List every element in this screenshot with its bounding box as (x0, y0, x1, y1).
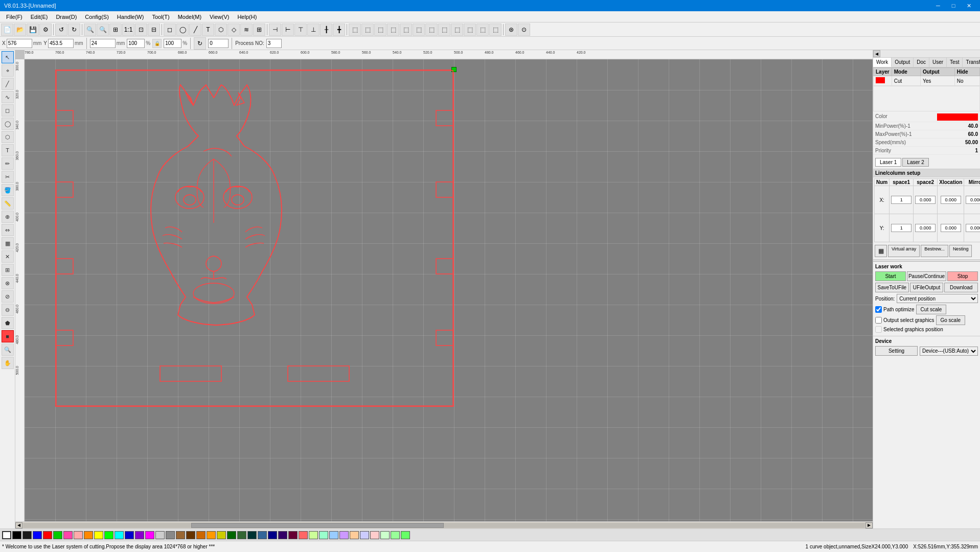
fill-tool[interactable]: 🪣 (2, 184, 14, 196)
output-select-checkbox[interactable] (875, 317, 882, 324)
redo-button[interactable]: ↻ (68, 24, 80, 36)
node-tool[interactable]: ⌖ (2, 64, 14, 77)
ufile-output-button[interactable]: UFileOutput (910, 283, 944, 292)
rotate-button[interactable]: ↻ (194, 37, 206, 50)
palette-color-periwinkle[interactable] (329, 531, 338, 539)
palette-color-purple[interactable] (135, 531, 144, 539)
process-no-input[interactable] (266, 39, 282, 48)
palette-color-cyan[interactable] (115, 531, 124, 539)
selected-pos-checkbox[interactable] (875, 326, 882, 333)
settings-button[interactable]: ⚙ (39, 24, 52, 36)
palette-color-pink[interactable] (63, 531, 73, 539)
transform-tool[interactable]: ⊕ (2, 211, 14, 223)
tab-user[interactable]: User (929, 58, 947, 67)
group-tool[interactable]: ⬟ (2, 317, 14, 329)
palette-color-darkblue[interactable] (125, 531, 134, 539)
undo-button[interactable]: ↺ (55, 24, 67, 36)
lock-aspect-button[interactable]: 🔒 (152, 39, 162, 48)
palette-color-teal[interactable] (247, 531, 257, 539)
drawing-object[interactable] (55, 70, 454, 407)
laser2-tab[interactable]: Laser 2 (902, 158, 928, 167)
x-input[interactable] (7, 39, 32, 48)
x-xloc-input[interactable] (966, 196, 980, 204)
open-button[interactable]: 📂 (14, 24, 26, 36)
palette-color-sienna[interactable] (196, 531, 206, 539)
bezier-tool[interactable]: ∿ (2, 91, 14, 103)
layer-row[interactable]: Cut Yes No (874, 76, 980, 86)
palette-color-lavender[interactable] (339, 531, 349, 539)
select-tool[interactable]: ↖ (2, 51, 14, 63)
palette-color-red[interactable] (43, 531, 52, 539)
palette-color-darkgray[interactable] (22, 531, 32, 539)
close-button[interactable]: ✕ (962, 0, 976, 11)
palette-color-mint[interactable] (319, 531, 328, 539)
align3-button[interactable]: ⊤ (294, 24, 307, 36)
laser1-button[interactable]: ⊛ (505, 24, 517, 36)
palette-color-navy[interactable] (268, 531, 277, 539)
x-space2-input[interactable] (941, 196, 961, 204)
cut-scale-button[interactable]: Cut scale (916, 305, 947, 314)
palette-color-lime[interactable] (104, 531, 113, 539)
intersect-tool[interactable]: ⊘ (2, 290, 14, 303)
palette-color-yellow[interactable] (94, 531, 103, 539)
palette-color-blush[interactable] (370, 531, 379, 539)
palette-color-sage[interactable] (237, 531, 246, 539)
tool5-button[interactable]: ⬡ (215, 24, 227, 36)
delete-tool[interactable]: ✕ (2, 250, 14, 263)
rect-draw-tool[interactable]: ◻ (2, 104, 14, 117)
palette-color-olive[interactable] (217, 531, 226, 539)
menu-config[interactable]: Config(S) (81, 13, 112, 21)
subtract-tool[interactable]: ⊖ (2, 304, 14, 316)
zoom-fit-button[interactable]: ⊞ (109, 24, 122, 36)
zoom-100-button[interactable]: 1:1 (122, 24, 134, 36)
circle-button[interactable]: ◯ (176, 24, 189, 36)
download-button[interactable]: Download (944, 283, 978, 292)
tool7-button[interactable]: ≋ (240, 24, 253, 36)
align6-button[interactable]: ╋ (333, 24, 345, 36)
mirror-tool[interactable]: ⇔ (2, 224, 14, 236)
tab-work[interactable]: Work (873, 58, 892, 67)
cut-tool[interactable]: ✂ (2, 171, 14, 183)
palette-color-salmon[interactable] (299, 531, 308, 539)
palette-color-tan[interactable] (176, 531, 185, 539)
x-num-input[interactable] (891, 196, 911, 204)
palette-color-periwinkle2[interactable] (360, 531, 369, 539)
offset-tool[interactable]: ⊞ (2, 264, 14, 276)
palette-color-amber[interactable] (207, 531, 216, 539)
menu-handle[interactable]: Handle(W) (113, 13, 148, 21)
menu-view[interactable]: View(V) (206, 13, 233, 21)
palette-color-magenta[interactable] (145, 531, 154, 539)
menu-edit[interactable]: Edit(E) (27, 13, 52, 21)
palette-color-steel[interactable] (258, 531, 267, 539)
save-button[interactable]: 💾 (27, 24, 39, 36)
menu-model[interactable]: Model(M) (174, 13, 206, 21)
array-tool[interactable]: ▦ (2, 237, 14, 249)
go-scale-button[interactable]: Go scale (936, 315, 965, 325)
y-space1-input[interactable] (915, 224, 936, 232)
line-draw-tool[interactable]: ╱ (2, 78, 14, 90)
tool11-button[interactable]: ⬚ (374, 24, 386, 36)
tool19-button[interactable]: ⬚ (476, 24, 489, 36)
tool13-button[interactable]: ⬚ (400, 24, 412, 36)
align5-button[interactable]: ╂ (320, 24, 332, 36)
tab-transform[interactable]: Transform (963, 58, 980, 67)
palette-color-black[interactable] (12, 531, 21, 539)
y-xloc-input[interactable] (966, 224, 980, 232)
pause-button[interactable]: Pause/Continue (907, 271, 946, 281)
maximize-button[interactable]: □ (946, 0, 961, 11)
tool10-button[interactable]: ⬚ (361, 24, 374, 36)
pct1-input[interactable] (127, 39, 145, 48)
rect-button[interactable]: ◻ (164, 24, 176, 36)
h-scroll-thumb[interactable] (191, 523, 444, 528)
rotate-input[interactable] (208, 39, 229, 48)
y-space2-input[interactable] (941, 224, 961, 232)
ellipse-tool[interactable]: ◯ (2, 118, 14, 130)
nesting-button[interactable]: Nesting (949, 245, 972, 257)
tool14-button[interactable]: ⬚ (413, 24, 425, 36)
device-setting-button[interactable]: Setting (875, 346, 918, 356)
palette-color-indigo[interactable] (278, 531, 287, 539)
polygon-tool[interactable]: ⬡ (2, 131, 14, 143)
pct2-input[interactable] (164, 39, 181, 48)
position-select[interactable]: Current position (897, 294, 978, 303)
menu-file[interactable]: File(F) (2, 13, 27, 21)
